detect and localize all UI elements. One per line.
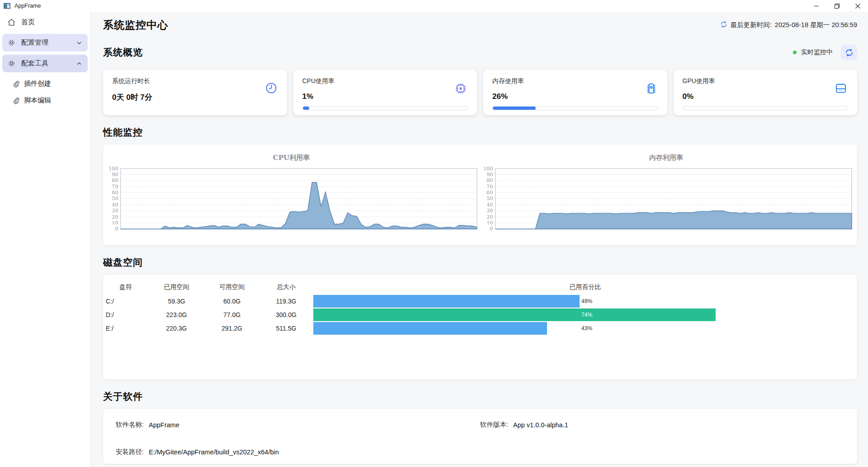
memory-usage-value: 26% — [492, 92, 658, 101]
last-update-label: 最后更新时间: — [731, 21, 772, 29]
cpu-chart-plot: 0102030405060708090100 — [104, 166, 479, 237]
svg-text:90: 90 — [486, 172, 493, 177]
disk-table-row: C:/ 59.3G 60.0G 119.3G 49% — [103, 294, 857, 308]
home-icon — [8, 19, 15, 26]
last-update-value: 2025-08-18 星期一 20:56:59 — [775, 21, 857, 29]
card-title: 内存使用率 — [492, 77, 658, 85]
memory-utilization-chart: 内存利用率 0102030405060708090100 — [479, 154, 854, 245]
svg-text:0: 0 — [490, 226, 493, 232]
usage-bar-track: 43% — [313, 322, 857, 335]
svg-text:30: 30 — [112, 208, 118, 214]
sidebar-item-plugin-create[interactable]: 插件创建 — [0, 75, 90, 92]
overview-heading: 系统概览 — [103, 46, 143, 59]
used-space: 220.3G — [148, 325, 205, 332]
window-title: AppFrame — [14, 3, 41, 9]
sidebar-group-config[interactable]: 配置管理 — [2, 34, 88, 51]
svg-text:30: 30 — [486, 208, 493, 214]
gear-icon — [8, 39, 15, 47]
sidebar-group-tools[interactable]: 配套工具 — [2, 55, 88, 72]
disk-heading: 磁盘空间 — [103, 256, 143, 269]
usage-bar-track: 74% — [313, 308, 857, 321]
usage-percent-label: 74% — [581, 312, 592, 318]
memory-progress-fill — [493, 107, 536, 110]
uptime-card: 系统运行时长 0天 0时 7分 — [103, 70, 287, 115]
cpu-usage-value: 1% — [302, 92, 468, 101]
refresh-button[interactable] — [841, 45, 857, 60]
card-title: GPU使用率 — [683, 77, 849, 85]
total-size: 119.3G — [259, 298, 313, 305]
drive-letter: D:/ — [103, 311, 148, 318]
column-header-used: 已用空间 — [148, 283, 205, 291]
clock-icon — [265, 82, 278, 96]
page-title: 系统监控中心 — [103, 18, 168, 32]
cpu-card: CPU使用率 1% — [293, 70, 477, 115]
live-status-dot — [793, 51, 797, 54]
drive-letter: E:/ — [103, 325, 148, 332]
gpu-usage-value: 0% — [683, 92, 849, 101]
disk-table-row: D:/ 223.0G 77.0G 300.0G 74% — [103, 308, 857, 322]
performance-heading: 性能监控 — [103, 126, 143, 139]
free-space: 291.2G — [205, 325, 259, 332]
uptime-value: 0天 0时 7分 — [112, 92, 278, 103]
used-space: 59.3G — [148, 298, 205, 305]
cpu-chart-title: CPU利用率 — [104, 154, 479, 162]
free-space: 77.0G — [205, 311, 259, 318]
restore-button[interactable] — [826, 0, 847, 12]
minimize-button[interactable] — [806, 0, 826, 12]
chevron-down-icon — [76, 40, 82, 46]
software-version-row: 软件版本: App v1.0.0-alpha.1 — [480, 420, 844, 429]
memory-chart-title: 内存利用率 — [479, 154, 854, 162]
disk-table-body: C:/ 59.3G 60.0G 119.3G 49% D:/ 223.0G 77… — [103, 294, 857, 335]
column-header-total: 总大小 — [259, 283, 313, 291]
cpu-progress-track — [302, 106, 468, 110]
close-button[interactable] — [847, 0, 868, 12]
svg-text:50: 50 — [486, 196, 493, 202]
performance-panel: CPU利用率 0102030405060708090100 内存利用率 0102… — [103, 145, 857, 245]
install-path-label: 安装路径: — [116, 448, 144, 456]
live-status-text: 实时监控中 — [801, 48, 833, 56]
paperclip-icon — [13, 97, 20, 104]
card-title: 系统运行时长 — [112, 77, 278, 85]
sidebar-item-label: 首页 — [21, 18, 35, 27]
disk-table-header: 盘符 已用空间 可用空间 总大小 已用百分比 — [103, 280, 857, 294]
software-name-label: 软件名称: — [116, 420, 144, 429]
gpu-card: GPU使用率 0% — [674, 70, 858, 115]
app-icon — [4, 2, 11, 9]
sidebar-item-home[interactable]: 首页 — [0, 14, 90, 31]
software-version-value: App v1.0.0-alpha.1 — [513, 421, 568, 429]
svg-text:80: 80 — [486, 177, 493, 183]
about-heading: 关于软件 — [103, 390, 143, 403]
svg-text:70: 70 — [486, 184, 493, 190]
about-panel: 软件名称: AppFrame 软件版本: App v1.0.0-alpha.1 … — [103, 409, 857, 464]
sidebar-group-label: 配置管理 — [21, 38, 48, 47]
sidebar-item-script-edit[interactable]: 脚本编辑 — [0, 92, 90, 109]
free-space: 60.0G — [205, 298, 259, 305]
svg-text:10: 10 — [112, 220, 118, 226]
usage-bar-fill — [313, 322, 547, 335]
svg-text:20: 20 — [486, 214, 493, 220]
memory-progress-track — [492, 106, 658, 110]
card-title: CPU使用率 — [302, 77, 468, 85]
usage-percent-label: 49% — [581, 298, 592, 304]
install-path-row: 安装路径: E:/MyGitee/AppFrame/build_vs2022_x… — [116, 448, 480, 456]
sidebar-group-label: 配套工具 — [21, 59, 48, 68]
paperclip-icon — [13, 80, 20, 88]
column-header-free: 可用空间 — [205, 283, 259, 291]
svg-text:100: 100 — [108, 166, 118, 172]
software-version-label: 软件版本: — [480, 420, 508, 429]
sync-icon — [720, 21, 727, 29]
column-header-used-percent: 已用百分比 — [313, 283, 857, 291]
usage-bar-fill — [313, 308, 716, 321]
usage-bar-track: 49% — [313, 295, 857, 308]
svg-text:60: 60 — [112, 190, 118, 196]
memory-card: 内存使用率 26% — [483, 70, 667, 115]
svg-text:40: 40 — [486, 202, 493, 208]
cpu-utilization-chart: CPU利用率 0102030405060708090100 — [104, 154, 479, 245]
usage-bar-fill — [313, 295, 580, 308]
svg-text:40: 40 — [112, 202, 118, 208]
software-name-row: 软件名称: AppFrame — [116, 420, 480, 429]
gpu-progress-track — [683, 106, 849, 110]
sidebar: 首页 配置管理 配套工具 插件创建 — [0, 12, 90, 467]
drive-letter: C:/ — [103, 298, 148, 305]
svg-text:10: 10 — [486, 220, 493, 226]
